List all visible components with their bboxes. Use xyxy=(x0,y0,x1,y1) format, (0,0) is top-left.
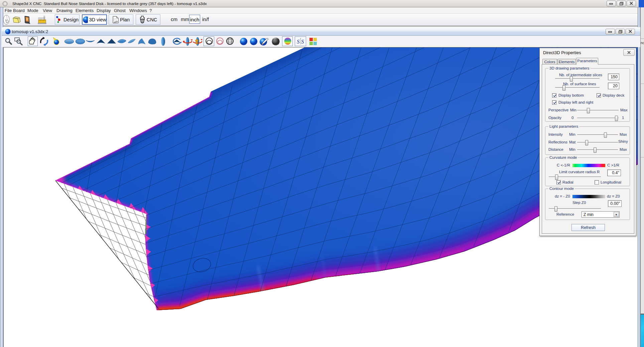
svg-text:S: S xyxy=(297,38,300,45)
svg-text:S: S xyxy=(301,38,304,45)
